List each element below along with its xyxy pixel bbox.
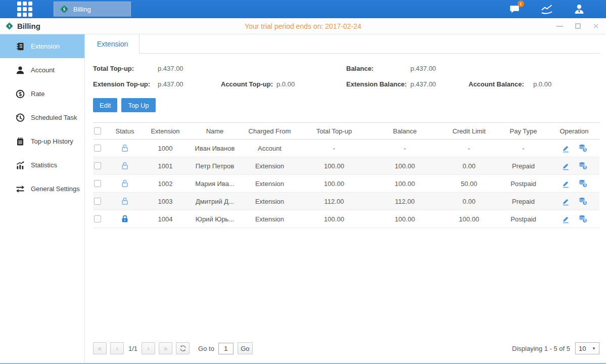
minimize-button[interactable] [555,22,564,30]
cell-extension: 1001 [142,162,189,170]
trial-notice: Your trial period ends on: 2017-02-24 [245,22,361,30]
unlock-icon[interactable] [120,144,129,153]
topup-coins-icon[interactable]: $ [578,144,587,153]
header-charged-from: Charged From [241,127,299,135]
edit-pencil-icon[interactable] [561,144,570,153]
unlock-icon[interactable] [120,179,129,188]
sidebar-item-label: Scheduled Task [31,114,77,121]
topup-coins-icon[interactable]: $ [578,214,587,223]
prev-page-button[interactable]: ‹ [110,342,124,354]
close-button[interactable]: ✕ [592,22,600,30]
row-checkbox[interactable] [94,198,101,205]
extension-balance-label: Extension Balance: [346,80,410,88]
unlock-icon[interactable] [120,197,129,206]
top-up-button[interactable]: Top Up [121,98,155,112]
edit-pencil-icon[interactable] [561,197,570,206]
row-checkbox[interactable] [94,162,101,169]
cell-credit-limit: 50.00 [440,180,498,188]
messages-icon[interactable]: ! [508,3,521,15]
refresh-button[interactable] [176,342,190,354]
person-silhouette-icon [573,3,585,15]
cell-charged-from: Extension [241,215,299,223]
balance-value: p.437.00 [410,65,436,72]
transfer-arrows-icon [15,184,25,194]
billing-app-window: $ Billing ! [0,0,606,364]
billing-diamond-icon: $ [59,4,69,14]
sidebar-item-label: Extension [31,42,60,50]
sidebar-item-account[interactable]: Account [0,58,84,82]
first-page-button[interactable]: « [93,342,107,354]
edit-pencil-icon[interactable] [561,179,570,188]
cell-name: Мария Ива... [189,180,241,188]
extension-table: Status Extension Name Charged From Total… [93,122,599,228]
next-page-button[interactable]: › [142,342,155,354]
balance-label: Balance: [346,65,410,72]
header-total-topup: Total Top-up [299,127,369,135]
cell-charged-from: Extension [241,180,299,188]
topup-coins-icon[interactable]: $ [578,179,587,188]
edit-pencil-icon[interactable] [561,214,570,223]
topup-coins-icon[interactable]: $ [578,161,587,170]
sidebar-item-label: Top-up History [31,138,73,145]
user-icon[interactable] [573,3,586,15]
window-header: $ Billing Your trial period ends on: 201… [0,18,606,34]
goto-label: Go to [198,345,214,352]
last-page-button[interactable]: » [159,342,172,354]
cell-credit-limit: 100.00 [440,215,498,223]
edit-pencil-icon[interactable] [561,161,570,170]
maximize-button[interactable] [574,22,582,30]
sidebar-item-label: General Settings [31,185,80,193]
row-checkbox[interactable] [94,145,101,152]
cell-charged-from: Extension [241,198,299,205]
top-taskbar: $ Billing ! [0,0,606,18]
account-topup-label: Account Top-up: [221,80,276,88]
lock-icon[interactable] [120,214,129,223]
cell-pay-type: Postpaid [498,180,549,188]
dropdown-arrow-icon: ▼ [592,346,596,351]
sidebar-item-extension[interactable]: Extension [0,34,84,58]
billing-diamond-icon: $ [5,22,14,30]
cell-credit-limit: 0.00 [440,198,498,205]
goto-page-input[interactable] [218,343,234,354]
topup-coins-icon[interactable]: $ [578,197,587,206]
line-chart-icon [540,4,553,15]
page-size-value: 10 [579,345,586,352]
cell-name: Иван Иванов [189,145,241,152]
sidebar-item-topup-history[interactable]: Top-up History [0,129,84,153]
go-button[interactable]: Go [238,342,253,354]
row-checkbox[interactable] [94,215,101,222]
taskbar-tab-billing[interactable]: $ Billing [54,2,131,17]
page-indicator: 1/1 [128,345,137,352]
monitor-chart-icon[interactable] [540,3,553,15]
apps-grid-icon[interactable] [17,2,32,17]
sidebar-item-rate[interactable]: $ Rate [0,82,84,106]
tab-extension[interactable]: Extension [86,34,139,54]
page-size-select[interactable]: 10 ▼ [575,342,599,354]
tab-strip: Extension [86,34,599,54]
summary-panel: Total Top-up: p.437.00 Balance: p.437.00… [93,61,599,92]
sidebar-item-general-settings[interactable]: General Settings [0,177,84,201]
page-title: Billing [17,22,40,30]
sidebar-item-scheduled-task[interactable]: Scheduled Task [0,106,84,129]
cell-total-topup: 100.00 [299,215,369,223]
header-credit-limit: Credit Limit [440,127,498,135]
cell-total-topup: 100.00 [299,162,369,170]
row-checkbox[interactable] [94,180,101,187]
header-name: Name [189,127,241,135]
cell-extension: 1002 [142,180,189,188]
cell-total-topup: 100.00 [299,180,369,188]
cell-name: Юрий Юрь... [189,215,241,223]
pagination-bar: « ‹ 1/1 › » Go to Go Displaying [93,341,599,356]
account-balance-label: Account Balance: [469,80,533,88]
unlock-icon[interactable] [120,161,129,170]
cell-balance: 100.00 [369,180,440,188]
account-topup-value: p.0.00 [276,80,295,88]
edit-button[interactable]: Edit [93,98,117,112]
total-topup-value: p.437.00 [158,65,183,72]
extension-balance-value: p.437.00 [410,80,469,88]
sidebar-item-statistics[interactable]: Statistics [0,153,84,177]
extension-topup-label: Extension Top-up: [93,80,158,88]
notification-badge: ! [518,1,524,7]
cell-balance: 112.00 [369,198,440,205]
select-all-checkbox[interactable] [94,127,101,134]
